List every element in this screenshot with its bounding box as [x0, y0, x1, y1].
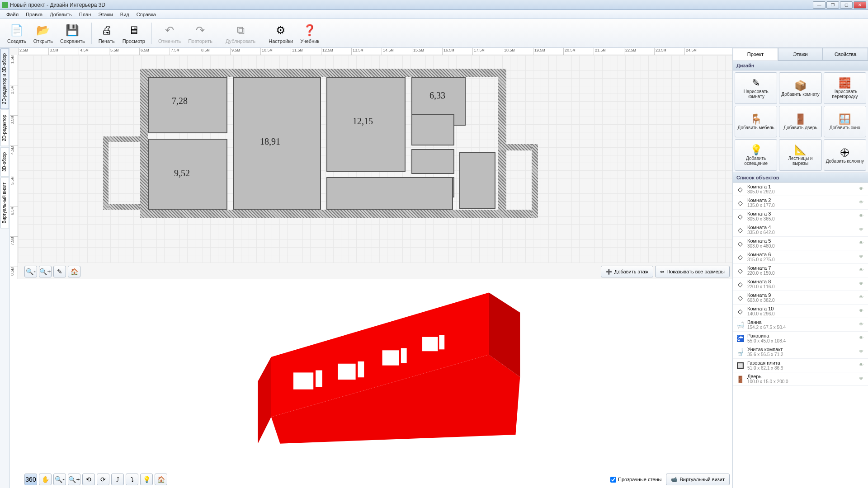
- add-light-card[interactable]: 💡Добавить освещение: [735, 139, 777, 171]
- object-row[interactable]: ◇Комната 8220.0 x 116.0👁: [733, 277, 868, 291]
- tab-project[interactable]: Проект: [733, 48, 778, 61]
- rotate-right-button[interactable]: ⟳: [97, 474, 109, 485]
- sidetab-virtual[interactable]: Виртуальный визит: [0, 178, 9, 229]
- visibility-icon[interactable]: 👁: [859, 362, 865, 369]
- floorplan[interactable]: 7,28 18,91 12,15 6,33 9,52: [140, 69, 547, 236]
- object-row[interactable]: ◇Комната 9603.0 x 382.0👁: [733, 291, 868, 305]
- menu-Справка[interactable]: Справка: [133, 11, 160, 18]
- visibility-icon[interactable]: 👁: [859, 335, 865, 342]
- visibility-icon[interactable]: 👁: [859, 213, 865, 220]
- draw-room-card[interactable]: ✎Нарисовать комнату: [735, 72, 777, 104]
- orbit-button[interactable]: 360: [24, 474, 37, 485]
- show-dimensions-button[interactable]: ⇔Показывать все размеры: [655, 266, 730, 277]
- object-row[interactable]: ◇Комната 5303.0 x 480.0👁: [733, 237, 868, 250]
- print-button[interactable]: 🖨Печать: [94, 22, 119, 45]
- zoom-out-button[interactable]: 🔍-: [24, 266, 37, 277]
- menubar: ФайлПравкаДобавитьПланЭтажиВидСправка: [0, 10, 868, 19]
- menu-Правка[interactable]: Правка: [22, 11, 46, 18]
- add-window-card[interactable]: 🪟Добавить окно: [824, 106, 866, 137]
- visibility-icon[interactable]: 👁: [859, 349, 865, 355]
- object-row[interactable]: ◇Комната 10140.0 x 296.0👁: [733, 305, 868, 318]
- preview-button[interactable]: 🖥Просмотр: [119, 22, 149, 45]
- visibility-icon[interactable]: 👁: [859, 295, 865, 301]
- object-row[interactable]: 🚽Унитаз компакт35.6 x 56.5 x 71.2👁: [733, 345, 868, 359]
- stairs-card[interactable]: 📐Лестницы и вырезы: [779, 139, 821, 171]
- add-floor-button[interactable]: ➕Добавить этаж: [601, 266, 653, 277]
- home-button[interactable]: 🏠: [68, 266, 80, 277]
- object-list[interactable]: ◇Комната 1305.0 x 292.0👁◇Комната 2135.0 …: [733, 183, 868, 488]
- restore-button[interactable]: ❐: [826, 1, 839, 9]
- svg-rect-8: [382, 350, 399, 365]
- draw-partition-card[interactable]: 🧱Нарисовать перегородку: [824, 72, 866, 104]
- object-row[interactable]: 🛁Ванна154.2 x 67.5 x 50.4👁: [733, 318, 868, 332]
- canvas-2d[interactable]: 2.5м3.5м4.5м5.5м6.5м7.5м8.5м9.5м10.5м11.…: [10, 48, 732, 279]
- add-furniture-card[interactable]: 🪑Добавить мебель: [735, 106, 777, 137]
- object-row[interactable]: ◇Комната 3305.0 x 365.0👁: [733, 210, 868, 223]
- zoom-in-3d-button[interactable]: 🔍+: [68, 474, 80, 485]
- tilt-down-button[interactable]: ⤵: [126, 474, 138, 485]
- visibility-icon[interactable]: 👁: [859, 322, 865, 328]
- visibility-icon[interactable]: 👁: [859, 281, 865, 287]
- object-name: Раковина: [747, 333, 856, 338]
- light-button[interactable]: 💡: [140, 474, 153, 485]
- object-row[interactable]: 🚰Раковина55.0 x 45.0 x 108.4👁: [733, 332, 868, 345]
- add-door-card[interactable]: 🚪Добавить дверь: [779, 106, 821, 137]
- object-row[interactable]: ◇Комната 1305.0 x 292.0👁: [733, 183, 868, 196]
- zoom-in-button[interactable]: 🔍+: [39, 266, 52, 277]
- object-row[interactable]: 🔲Газовая плита51.0 x 62.1 x 86.9👁: [733, 359, 868, 372]
- menu-Добавить[interactable]: Добавить: [46, 11, 75, 18]
- home-3d-button[interactable]: 🏠: [155, 474, 167, 485]
- zoom-out-3d-button[interactable]: 🔍-: [53, 474, 66, 485]
- visibility-icon[interactable]: 👁: [859, 200, 865, 206]
- sidetab-both[interactable]: 2D-редактор и 3D-обзор: [0, 48, 9, 109]
- visibility-icon[interactable]: 👁: [859, 186, 865, 192]
- room-7: [411, 149, 454, 174]
- object-row[interactable]: 🚪Дверь100.0 x 15.0 x 200.0👁: [733, 372, 868, 386]
- maximize-button[interactable]: ▢: [840, 1, 853, 9]
- visibility-icon[interactable]: 👁: [859, 376, 865, 382]
- object-name: Ванна: [747, 319, 856, 325]
- visibility-icon[interactable]: 👁: [859, 227, 865, 233]
- tab-floors[interactable]: Этажи: [778, 48, 823, 61]
- object-dim: 305.0 x 365.0: [747, 216, 856, 221]
- tutorial-button[interactable]: ❓Учебник: [297, 22, 323, 45]
- save-button[interactable]: 💾Сохранить: [57, 22, 89, 45]
- window-title: Новый проект - Дизайн Интерьера 3D: [10, 2, 813, 8]
- open-icon: 📂: [36, 23, 50, 38]
- add-light-icon: 💡: [750, 144, 762, 156]
- add-room-card[interactable]: 📦Добавить комнату: [779, 72, 821, 104]
- visibility-icon[interactable]: 👁: [859, 267, 865, 274]
- draw-tool-button[interactable]: ✎: [53, 266, 66, 277]
- menu-План[interactable]: План: [75, 11, 95, 18]
- canvas-3d[interactable]: 360 ✋ 🔍- 🔍+ ⟲ ⟳ ⤴ ⤵ 💡 🏠 Прозрачные стены…: [10, 279, 732, 488]
- close-button[interactable]: ✕: [854, 1, 866, 9]
- tilt-up-button[interactable]: ⤴: [111, 474, 124, 485]
- object-row[interactable]: ◇Комната 6315.0 x 275.0👁: [733, 250, 868, 264]
- create-button[interactable]: 📄Создать: [4, 22, 30, 45]
- object-row[interactable]: ◇Комната 7220.0 x 159.0👁: [733, 264, 868, 277]
- floor-plan-area[interactable]: 7,28 18,91 12,15 6,33 9,52: [18, 55, 732, 263]
- rotate-left-button[interactable]: ⟲: [82, 474, 95, 485]
- tab-properties[interactable]: Свойства: [823, 48, 868, 61]
- sidetab-3d[interactable]: 3D-обзор: [0, 147, 9, 177]
- menu-Вид[interactable]: Вид: [117, 11, 133, 18]
- add-column-card[interactable]: 𐃏Добавить колонну: [824, 139, 866, 171]
- visibility-icon[interactable]: 👁: [859, 254, 865, 260]
- visibility-icon[interactable]: 👁: [859, 308, 865, 314]
- sidetab-2d[interactable]: 2D-редактор: [0, 110, 9, 146]
- open-button[interactable]: 📂Открыть: [30, 22, 57, 45]
- pan-button[interactable]: ✋: [39, 474, 52, 485]
- transparent-walls-checkbox[interactable]: Прозрачные стены: [610, 477, 661, 483]
- object-row[interactable]: ◇Комната 4335.0 x 642.0👁: [733, 223, 868, 237]
- menu-Файл[interactable]: Файл: [3, 11, 22, 18]
- visibility-icon[interactable]: 👁: [859, 240, 865, 247]
- object-row[interactable]: ◇Комната 2135.0 x 177.0👁: [733, 196, 868, 210]
- settings-button[interactable]: ⚙Настройки: [265, 22, 297, 45]
- design-grid: ✎Нарисовать комнату📦Добавить комнату🧱Нар…: [733, 70, 868, 173]
- object-icon: 🔲: [736, 361, 745, 370]
- object-dim: 100.0 x 15.0 x 200.0: [747, 379, 856, 384]
- menu-Этажи[interactable]: Этажи: [94, 11, 116, 18]
- building-3d-model[interactable]: [10, 279, 732, 488]
- minimize-button[interactable]: —: [813, 1, 826, 9]
- virtual-visit-button[interactable]: 📹Виртуальный визит: [666, 474, 730, 485]
